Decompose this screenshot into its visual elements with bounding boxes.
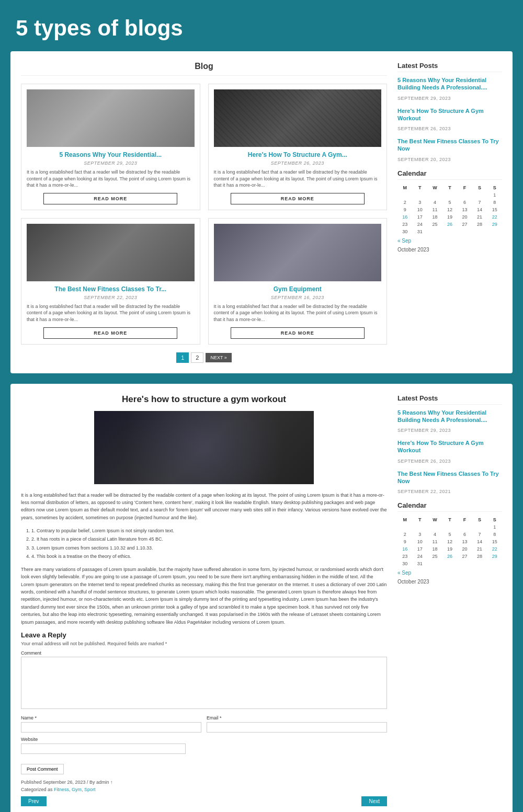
calendar-day-empty: 23: [397, 221, 413, 228]
post-card-excerpt-4: It is a long established fact that a rea…: [214, 303, 382, 323]
calendar-day-empty: 9: [397, 538, 413, 545]
calendar-day-empty: [442, 560, 458, 567]
article-body-para1: It is a long established fact that a rea…: [21, 491, 387, 522]
article-meta: Published September 26, 2023 / By admin …: [21, 780, 387, 785]
calendar-day-empty: [457, 191, 472, 199]
calendar-day-empty: 4: [427, 531, 442, 538]
article-latest-post-link-2[interactable]: Here's How To Structure A Gym Workout: [397, 439, 502, 454]
form-row-name-email: Name * Email *: [21, 715, 387, 733]
calendar-day-empty: [442, 191, 458, 199]
calendar-title: Calendar: [397, 169, 502, 180]
article-title: Here's how to structure a gym workout: [21, 394, 387, 405]
calendar-day-empty: 20: [457, 213, 472, 221]
post-card-image-1: [27, 89, 195, 147]
post-card-image-3: [27, 224, 195, 281]
leave-reply-subtitle: Your email address will not be published…: [21, 641, 387, 646]
cal-header-f: F: [457, 184, 472, 191]
calendar-day-empty: [487, 228, 502, 235]
latest-post-link-1[interactable]: 5 Reasons Why Your Residential Building …: [397, 76, 502, 92]
calendar-day-empty: 6: [457, 531, 472, 538]
post-card-date-2: SEPTEMBER 26, 2023: [214, 161, 382, 166]
article-list-item: 1. Contrary to popular belief, Lorem Ips…: [31, 527, 387, 535]
calendar-day-16[interactable]: 16: [397, 545, 413, 553]
calendar-day-empty: [457, 228, 472, 235]
article-latest-post-date-3: SEPTEMBER 22, 2021: [397, 489, 451, 494]
page-btn-2[interactable]: 2: [191, 352, 203, 363]
post-card-2: Here's How To Structure A Gym... SEPTEMB…: [208, 84, 388, 210]
calendar-day-22[interactable]: 22: [487, 545, 502, 553]
category-sport[interactable]: Sport: [84, 787, 96, 792]
article-calendar-prev-nav[interactable]: « Sep: [397, 570, 411, 576]
article-body-para2: There are many variations of passages of…: [21, 566, 387, 626]
calendar-day-empty: 18: [427, 213, 442, 221]
acal-header-s2: S: [487, 516, 502, 523]
acal-header-f: F: [457, 516, 472, 523]
calendar-prev-nav[interactable]: « Sep: [397, 238, 411, 244]
calendar-day-26[interactable]: 26: [442, 553, 458, 560]
post-card-date-1: SEPTEMBER 29, 2023: [27, 161, 195, 166]
calendar-day-22[interactable]: 22: [487, 213, 502, 221]
next-article-button[interactable]: Next: [361, 796, 387, 806]
latest-post-date-1: SEPTEMBER 29, 2023: [397, 96, 451, 101]
acal-header-m: M: [397, 516, 413, 523]
article-latest-post-link-3[interactable]: The Best New Fitness Classes To Try Now: [397, 470, 502, 485]
calendar-day-empty: 30: [397, 560, 413, 567]
calendar-day-empty: 14: [472, 538, 487, 545]
calendar-day-empty: 12: [442, 206, 458, 213]
calendar-day-empty: 2: [397, 531, 413, 538]
calendar-day-16[interactable]: 16: [397, 213, 413, 221]
email-input[interactable]: [207, 722, 387, 733]
cal-header-t1: T: [413, 184, 428, 191]
calendar-day-empty: 20: [457, 545, 472, 553]
post-card-date-3: SEPTEMBER 22, 2023: [27, 295, 195, 300]
read-more-button-1[interactable]: READ MORE: [43, 193, 177, 204]
read-more-button-3[interactable]: READ MORE: [43, 327, 177, 339]
article-latest-post-link-1[interactable]: 5 Reasons Why Your Residential Building …: [397, 409, 502, 424]
calendar-day-empty: [487, 560, 502, 567]
latest-post-date-3: SEPTEMBER 20, 2023: [397, 157, 451, 162]
read-more-button-4[interactable]: READ MORE: [231, 327, 365, 339]
calendar-day-empty: [442, 523, 458, 531]
read-more-button-2[interactable]: READ MORE: [231, 193, 365, 204]
calendar-day-empty: 15: [487, 538, 502, 545]
calendar-day-empty: 17: [413, 213, 428, 221]
page-next-btn[interactable]: NEXT »: [206, 353, 231, 362]
name-input[interactable]: [21, 722, 201, 733]
calendar-day-29[interactable]: 29: [487, 221, 502, 228]
calendar-day-empty: 30: [397, 228, 413, 235]
article-nav-buttons: Prev Next: [21, 796, 387, 806]
post-comment-button[interactable]: Post Comment: [21, 764, 64, 774]
post-card-image-2: [214, 89, 382, 147]
website-input[interactable]: [21, 744, 186, 754]
calendar-day-empty: 13: [457, 206, 472, 213]
article-categories: Categorized as Fitness, Gym, Sport: [21, 787, 387, 792]
calendar-day-empty: 31: [413, 560, 428, 567]
form-group-website: Website: [21, 737, 186, 754]
post-card-3: The Best New Fitness Classes To Tr... SE…: [21, 218, 200, 345]
calendar-day-empty: 5: [442, 199, 458, 206]
cal-header-m: M: [397, 184, 413, 191]
page-title: 5 types of blogs: [10, 10, 513, 51]
form-group-email: Email *: [207, 715, 387, 733]
calendar-day-empty: 13: [457, 538, 472, 545]
calendar-day-26[interactable]: 26: [442, 221, 458, 228]
calendar-day-empty: 1: [487, 523, 502, 531]
calendar-day-empty: 27: [457, 553, 472, 560]
calendar-day-29[interactable]: 29: [487, 553, 502, 560]
calendar-day-empty: [427, 191, 442, 199]
latest-post-link-2[interactable]: Here's How To Structure A Gym Workout: [397, 107, 502, 122]
category-gym[interactable]: Gym: [72, 787, 82, 792]
article-latest-post-1: 5 Reasons Why Your Residential Building …: [397, 409, 502, 434]
comment-textarea[interactable]: [21, 657, 387, 709]
post-card-1: 5 Reasons Why Your Residential... SEPTEM…: [21, 84, 200, 210]
acal-header-w: W: [427, 516, 442, 523]
blog-sidebar: Latest Posts 5 Reasons Why Your Resident…: [397, 62, 502, 363]
page-btn-1[interactable]: 1: [176, 352, 189, 363]
calendar-day-empty: 28: [472, 221, 487, 228]
latest-post-link-3[interactable]: The Best New Fitness Classes To Try Now: [397, 138, 502, 153]
category-fitness[interactable]: Fitness: [54, 787, 69, 792]
leave-reply-title: Leave a Reply: [21, 631, 387, 639]
calendar-day-empty: 3: [413, 531, 428, 538]
prev-article-button[interactable]: Prev: [21, 796, 47, 806]
acal-header-t2: T: [442, 516, 458, 523]
